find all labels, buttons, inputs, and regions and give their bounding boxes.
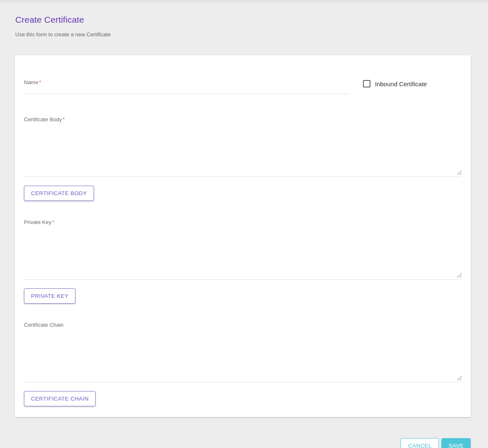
certificate-body-section: Certificate Body* CERTIFICATE BODY (24, 116, 462, 201)
name-label: Name* (24, 79, 349, 85)
certificate-body-label-text: Certificate Body (24, 116, 62, 123)
certificate-chain-label: Certificate Chain (24, 322, 462, 328)
certificate-chain-upload-button[interactable]: CERTIFICATE CHAIN (24, 391, 96, 406)
page-subtitle: Use this form to create a new Certificat… (15, 31, 471, 38)
certificate-body-upload-button[interactable]: CERTIFICATE BODY (24, 186, 94, 201)
certificate-chain-label-text: Certificate Chain (24, 322, 64, 328)
required-asterisk: * (63, 116, 65, 123)
inbound-certificate-label: Inbound Certificate (375, 80, 427, 87)
required-asterisk: * (39, 79, 41, 85)
inbound-certificate-checkbox[interactable] (363, 80, 370, 87)
private-key-label: Private Key* (24, 219, 462, 225)
certificate-chain-section: Certificate Chain CERTIFICATE CHAIN (24, 322, 462, 406)
save-button[interactable]: SAVE (441, 438, 471, 448)
inbound-certificate-checkbox-group[interactable]: Inbound Certificate (363, 80, 427, 87)
required-asterisk: * (52, 219, 54, 225)
name-field: Name* (24, 79, 349, 94)
certificate-chain-textarea-wrap (24, 333, 462, 382)
certificate-body-textarea-wrap (24, 128, 462, 177)
name-input[interactable] (24, 86, 349, 94)
page-header: Create Certificate Use this form to crea… (15, 3, 471, 38)
private-key-textarea[interactable] (24, 231, 462, 280)
name-row: Name* Inbound Certificate (24, 79, 462, 94)
private-key-section: Private Key* PRIVATE KEY (24, 219, 462, 304)
cancel-button[interactable]: CANCEL (401, 438, 439, 448)
private-key-textarea-wrap (24, 231, 462, 280)
private-key-upload-button[interactable]: PRIVATE KEY (24, 288, 75, 304)
certificate-form-card: Name* Inbound Certificate Certificate Bo… (15, 55, 471, 417)
certificate-body-textarea[interactable] (24, 128, 462, 177)
spacer (24, 304, 462, 322)
certificate-body-label: Certificate Body* (24, 116, 462, 123)
private-key-label-text: Private Key (24, 219, 51, 225)
certificate-chain-textarea[interactable] (24, 333, 462, 382)
footer-actions: CANCEL SAVE (15, 438, 471, 448)
spacer (24, 201, 462, 219)
create-certificate-page: Create Certificate Use this form to crea… (0, 0, 488, 448)
spacer (24, 94, 462, 116)
page-title: Create Certificate (15, 15, 471, 25)
name-label-text: Name (24, 79, 38, 85)
